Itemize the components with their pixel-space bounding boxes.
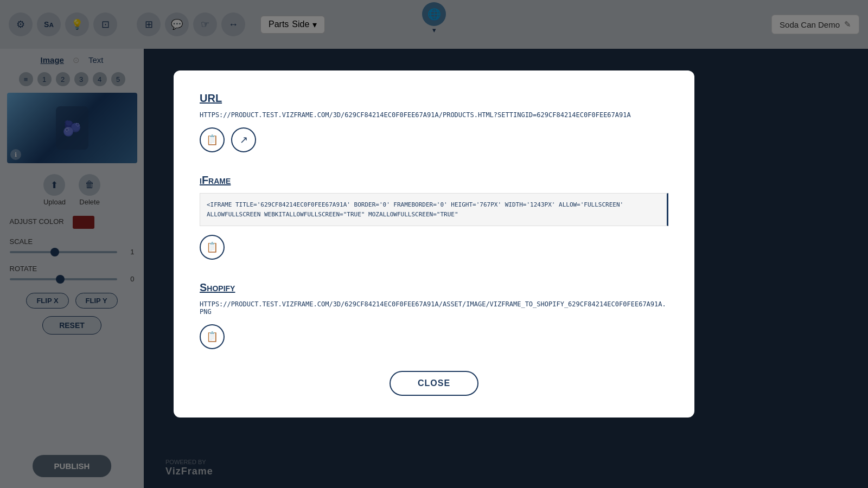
close-button[interactable]: Close <box>390 371 478 396</box>
iframe-section-title: iFrame <box>200 174 668 187</box>
url-section: URL HTTPS://PRODUCT.TEST.VIZFRAME.COM/3D… <box>200 92 668 152</box>
iframe-copy-button[interactable]: 📋 <box>200 235 225 260</box>
shopify-section: Shopify HTTPS://PRODUCT.TEST.VIZFRAME.CO… <box>200 281 668 349</box>
url-text: HTTPS://PRODUCT.TEST.VIZFRAME.COM/3D/629… <box>200 111 668 119</box>
url-copy-button[interactable]: 📋 <box>200 127 225 152</box>
iframe-code-text: <IFRAME TITLE='629CF84214EC0F0FEE67A91A'… <box>200 193 668 226</box>
clipboard-icon-2: 📋 <box>206 241 218 253</box>
modal-overlay: URL HTTPS://PRODUCT.TEST.VIZFRAME.COM/3D… <box>0 0 868 488</box>
url-buttons: 📋 ↗ <box>200 127 668 152</box>
clipboard-icon-3: 📋 <box>206 331 218 343</box>
shopify-url-text: HTTPS://PRODUCT.TEST.VIZFRAME.COM/3D/629… <box>200 300 668 316</box>
shopify-section-title: Shopify <box>200 281 668 294</box>
iframe-section: iFrame <IFRAME TITLE='629CF84214EC0F0FEE… <box>200 174 668 260</box>
clipboard-icon: 📋 <box>206 134 218 146</box>
url-section-title: URL <box>200 92 668 105</box>
external-link-icon: ↗ <box>240 134 248 146</box>
shopify-copy-button[interactable]: 📋 <box>200 324 225 349</box>
iframe-buttons: 📋 <box>200 235 668 260</box>
share-modal: URL HTTPS://PRODUCT.TEST.VIZFRAME.COM/3D… <box>174 70 694 418</box>
url-open-button[interactable]: ↗ <box>231 127 256 152</box>
shopify-buttons: 📋 <box>200 324 668 349</box>
